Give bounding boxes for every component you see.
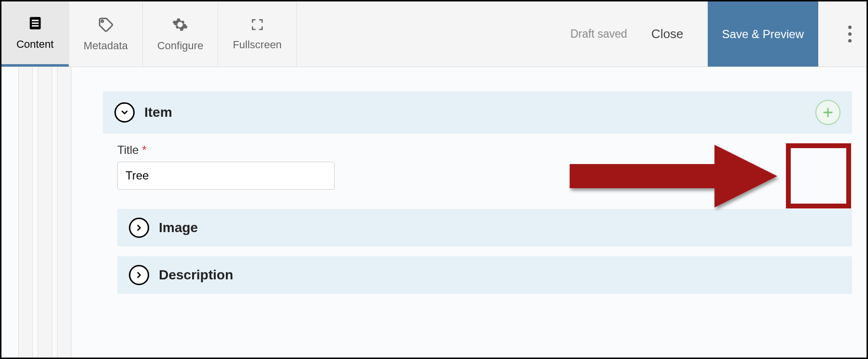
image-panel-title: Image bbox=[159, 220, 198, 235]
add-item-button[interactable] bbox=[815, 100, 840, 125]
title-label: Title * bbox=[117, 143, 852, 157]
vertical-dots-icon bbox=[848, 26, 852, 42]
svg-rect-2 bbox=[31, 23, 38, 24]
tab-content[interactable]: Content bbox=[1, 1, 69, 67]
main-toolbar: Content Metadata Configure Fullscreen Dr… bbox=[1, 1, 867, 67]
draft-status: Draft saved bbox=[571, 28, 628, 41]
required-indicator: * bbox=[142, 143, 146, 156]
chevron-down-icon[interactable] bbox=[114, 102, 135, 123]
item-panel-title: Item bbox=[144, 105, 172, 120]
description-panel-title: Description bbox=[159, 267, 233, 283]
close-button[interactable]: Close bbox=[642, 22, 693, 46]
item-panel-header[interactable]: Item bbox=[103, 91, 852, 134]
tab-metadata[interactable]: Metadata bbox=[69, 1, 143, 67]
description-panel-header[interactable]: Description bbox=[117, 256, 852, 294]
tab-label: Metadata bbox=[84, 40, 128, 52]
chevron-right-icon[interactable] bbox=[129, 218, 149, 238]
image-panel-header[interactable]: Image bbox=[117, 209, 852, 247]
tab-fullscreen[interactable]: Fullscreen bbox=[218, 1, 296, 67]
tree-rails bbox=[18, 67, 71, 358]
toolbar-right: Draft saved Close Save & Preview bbox=[571, 1, 867, 67]
more-menu-button[interactable] bbox=[833, 1, 867, 67]
document-icon bbox=[27, 15, 43, 34]
save-preview-button[interactable]: Save & Preview bbox=[708, 1, 818, 67]
content-area: Item Title * Image bbox=[1, 67, 867, 358]
title-field-group: Title * bbox=[117, 143, 852, 190]
svg-rect-3 bbox=[31, 25, 38, 27]
tab-label: Content bbox=[16, 38, 54, 51]
gear-icon bbox=[172, 16, 188, 36]
tag-icon bbox=[98, 16, 114, 36]
chevron-right-icon[interactable] bbox=[129, 265, 149, 285]
tab-label: Fullscreen bbox=[233, 39, 281, 51]
svg-rect-1 bbox=[31, 20, 38, 21]
tab-label: Configure bbox=[157, 40, 203, 52]
fullscreen-icon bbox=[250, 17, 265, 35]
tab-configure[interactable]: Configure bbox=[143, 1, 218, 67]
title-input[interactable] bbox=[117, 162, 335, 190]
